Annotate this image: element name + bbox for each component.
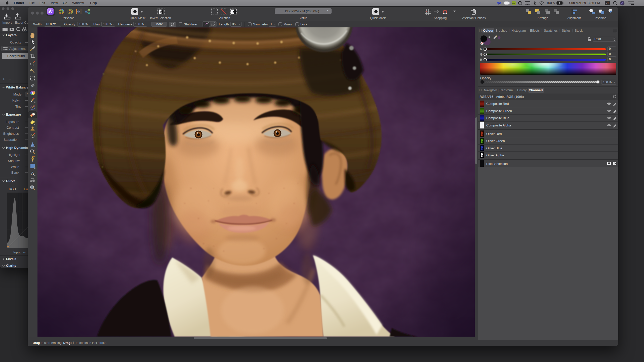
svg-text:IVE: IVE	[512, 2, 515, 5]
svg-text:A: A	[31, 170, 35, 176]
